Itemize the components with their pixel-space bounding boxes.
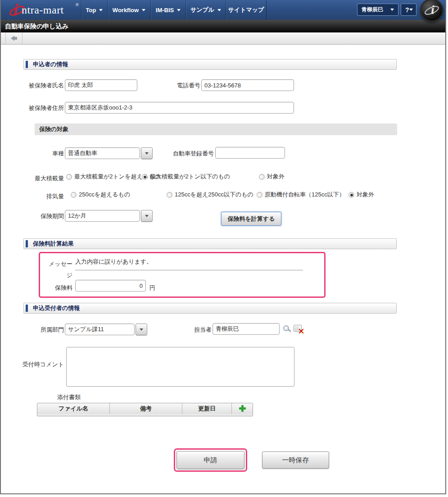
registration-number-input[interactable] <box>215 147 285 159</box>
nav-menu-sample[interactable]: サンプル <box>186 0 226 20</box>
premium-input[interactable] <box>75 280 146 292</box>
reception-comment-label: 受付時コメント <box>1 359 64 370</box>
radio-label: 対象外 <box>357 191 374 199</box>
nav-menu-im-bis-label: IM-BIS <box>156 7 174 14</box>
caret-down-icon <box>409 9 413 13</box>
back-arrow-icon <box>11 36 17 41</box>
person-in-charge-input[interactable] <box>213 323 280 335</box>
nav-menu-workflow-label: Workflow <box>113 7 139 14</box>
radio-icon <box>259 174 265 180</box>
section-header-receptionist: 申込受付者の情報 <box>23 303 397 314</box>
message-value: 入力内容に誤りがあります。 <box>75 258 303 270</box>
nav-menu-top[interactable]: Top <box>81 0 108 20</box>
caret-down-icon <box>142 9 145 13</box>
search-icon[interactable] <box>283 325 289 331</box>
caret-down-icon <box>217 9 221 13</box>
clear-icon[interactable] <box>294 325 302 332</box>
section-header-calc-result: 保険料計算結果 <box>23 238 397 249</box>
insured-address-input[interactable] <box>65 102 294 114</box>
radio-displacement-125-250cc[interactable]: 125ccを超え250cc以下のもの <box>167 191 253 198</box>
section-accent-bar <box>26 305 28 312</box>
column-header-remarks: 備考 <box>110 403 182 414</box>
caret-down-icon <box>140 328 143 333</box>
radio-label: 最大積載量が2トン以下のもの <box>150 173 230 181</box>
intra-mart-logo[interactable]: i ntra-mart ® <box>7 1 77 19</box>
radio-icon <box>167 192 172 198</box>
caret-down-icon <box>99 9 103 13</box>
radio-icon <box>142 174 148 180</box>
radio-label: 原動機付自転車（125cc以下） <box>265 191 345 199</box>
user-name-label: 青柳辰巳 <box>362 6 383 14</box>
radio-displacement-over-250cc[interactable]: 250ccを超えるもの <box>71 191 130 198</box>
phone-input[interactable] <box>201 79 294 91</box>
insured-name-input[interactable] <box>65 79 137 91</box>
car-type-label: 車種 <box>1 148 64 159</box>
radio-displacement-moped[interactable]: 原動機付自転車（125cc以下） <box>257 191 345 198</box>
calculate-premium-button[interactable]: 保険料を計算する <box>221 212 281 226</box>
user-menu-button[interactable]: 青柳辰巳 <box>357 4 398 16</box>
submit-button[interactable]: 申請 <box>176 451 244 469</box>
section-accent-bar <box>26 61 28 68</box>
caret-down-icon <box>145 152 149 156</box>
save-draft-button[interactable]: 一時保存 <box>262 451 329 469</box>
nav-menu-sitemap[interactable]: サイトマップ <box>226 0 267 20</box>
radio-icon <box>348 192 354 198</box>
displacement-label: 排気量 <box>1 191 64 202</box>
radio-label: 対象外 <box>267 173 285 181</box>
radio-icon <box>257 192 262 198</box>
result-highlight-box: メッセージ 入力内容に誤りがあります。 保険料 円 <box>39 252 326 298</box>
radio-max-load-under-2t[interactable]: 最大積載量が2トン以下のもの <box>142 173 230 180</box>
nav-menu-top-label: Top <box>86 7 96 14</box>
section-title: 保険の対象 <box>39 126 68 132</box>
radio-icon <box>71 192 77 198</box>
app-navbar: i ntra-mart ® Top Workflow IM-BIS サンプル <box>1 0 445 20</box>
section-title: 保険料計算結果 <box>33 239 74 249</box>
page-frame: i ntra-mart ® Top Workflow IM-BIS サンプル <box>0 0 446 494</box>
insured-address-label: 被保険者住所 <box>1 102 64 114</box>
department-dropdown-button[interactable] <box>136 324 147 335</box>
logo-i-glyph: i <box>14 0 18 19</box>
insurance-period-dropdown-button[interactable] <box>141 210 153 222</box>
attachments-label: 添付書類 <box>57 392 102 403</box>
emblem-i-glyph: i <box>431 3 434 17</box>
caret-down-icon <box>390 9 394 13</box>
nav-menu-sample-label: サンプル <box>190 6 214 14</box>
section-header-insurance-target: 保険の対象 <box>35 123 397 135</box>
car-type-select[interactable] <box>65 147 140 159</box>
intra-mart-emblem-icon: i <box>420 0 443 22</box>
department-select[interactable] <box>65 324 135 335</box>
max-load-label: 最大積載量 <box>1 173 64 184</box>
back-button[interactable] <box>5 32 23 44</box>
radio-label: 125ccを超え250cc以下のもの <box>175 191 253 199</box>
department-label: 所属部門 <box>1 324 64 335</box>
reception-comment-textarea[interactable] <box>66 347 294 387</box>
radio-icon <box>66 174 72 180</box>
insured-name-label: 被保険者氏名 <box>1 80 64 91</box>
radio-max-load-na[interactable]: 対象外 <box>259 173 285 180</box>
nav-menu: Top Workflow IM-BIS サンプル サイトマップ <box>81 0 267 20</box>
help-label: ? <box>405 6 409 14</box>
submit-highlight-box: 申請 <box>174 448 247 472</box>
toolbar <box>1 32 445 45</box>
premium-label: 保険料 <box>45 282 72 293</box>
premium-unit-label: 円 <box>149 282 158 293</box>
section-header-applicant: 申込者の情報 <box>23 59 397 70</box>
application-window: i ntra-mart ® Top Workflow IM-BIS サンプル <box>0 0 448 497</box>
person-in-charge-label: 担当者 <box>149 324 212 335</box>
radio-displacement-na[interactable]: 対象外 <box>348 191 374 198</box>
add-attachment-button[interactable] <box>232 403 253 414</box>
attachments-table: ファイル名 備考 更新日 <box>37 403 253 416</box>
insurance-period-label: 保険期間 <box>1 210 64 222</box>
insurance-period-select[interactable] <box>65 210 140 222</box>
section-title: 申込受付者の情報 <box>33 303 80 313</box>
registration-number-label: 自動車登録番号 <box>149 148 214 159</box>
page-title: 自動車保険の申し込み <box>5 23 68 30</box>
help-menu-button[interactable]: ? <box>401 4 416 16</box>
attachments-header-row: ファイル名 備考 更新日 <box>37 403 253 414</box>
caret-down-icon <box>177 9 181 13</box>
phone-label: 電話番号 <box>136 80 200 91</box>
nav-menu-workflow[interactable]: Workflow <box>108 0 151 20</box>
nav-menu-im-bis[interactable]: IM-BIS <box>151 0 186 20</box>
column-header-updated: 更新日 <box>182 403 232 414</box>
page-title-bar: 自動車保険の申し込み <box>1 20 445 32</box>
